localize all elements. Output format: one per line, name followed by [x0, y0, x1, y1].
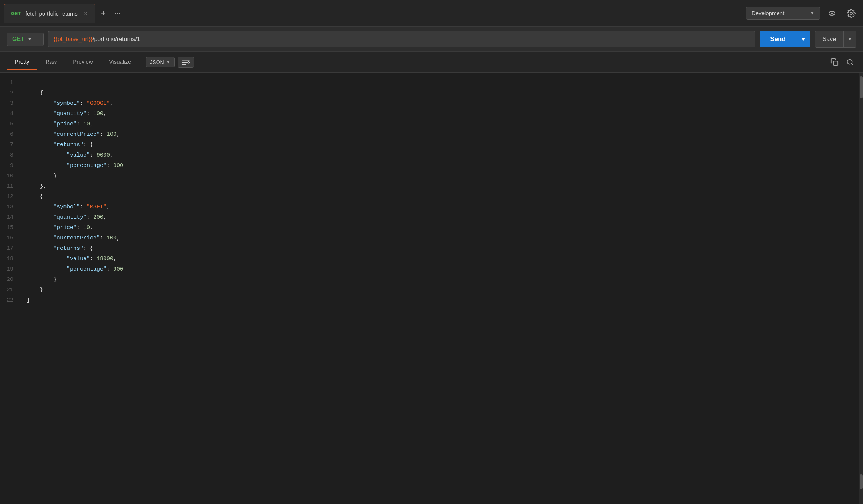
- code-line: "value": 9000,: [27, 150, 856, 161]
- method-dropdown[interactable]: GET ▼: [7, 33, 44, 46]
- send-button[interactable]: Send: [760, 31, 796, 47]
- format-dropdown[interactable]: JSON ▼: [146, 57, 174, 67]
- send-button-group: Send ▼: [760, 31, 810, 47]
- save-dropdown-button[interactable]: ▼: [843, 31, 856, 47]
- send-dropdown-button[interactable]: ▼: [796, 31, 810, 47]
- format-arrow-icon: ▼: [166, 60, 171, 65]
- code-line: "percentage": 900: [27, 161, 856, 171]
- svg-rect-3: [182, 60, 190, 61]
- code-line: "quantity": 200,: [27, 212, 856, 223]
- svg-point-2: [850, 12, 852, 14]
- code-line: "symbol": "MSFT",: [27, 202, 856, 212]
- new-tab-button[interactable]: +: [98, 7, 109, 20]
- send-dropdown-arrow-icon: ▼: [801, 36, 806, 42]
- settings-icon[interactable]: [844, 6, 859, 21]
- tab-close-button[interactable]: ×: [82, 10, 88, 18]
- code-editor: 12345678910111213141516171819202122 [ { …: [0, 73, 863, 504]
- svg-rect-6: [833, 61, 838, 65]
- save-button-group: Save ▼: [815, 31, 856, 48]
- scrollbar-thumb-top[interactable]: [860, 76, 863, 98]
- svg-line-8: [852, 64, 853, 65]
- code-line: }: [27, 275, 856, 285]
- url-bar: GET ▼ {{pt_base_url}}/portfolio/returns/…: [0, 27, 863, 52]
- tab-bar: GET fetch portfolio returns × + ··· Deve…: [0, 0, 863, 27]
- url-base-variable: {{pt_base_url}}: [54, 36, 93, 43]
- save-dropdown-arrow-icon: ▼: [847, 36, 852, 42]
- code-line: "symbol": "GOOGL",: [27, 98, 856, 109]
- code-content[interactable]: [ { "symbol": "GOOGL", "quantity": 100, …: [20, 73, 863, 504]
- tab-title: fetch portfolio returns: [26, 10, 78, 17]
- environment-dropdown[interactable]: Development ▼: [746, 7, 820, 20]
- environment-label: Development: [752, 10, 806, 16]
- code-line: {: [27, 88, 856, 98]
- code-line: "value": 18000,: [27, 254, 856, 264]
- copy-button[interactable]: [828, 56, 841, 68]
- environment-area: Development ▼: [746, 6, 859, 21]
- vertical-scrollbar[interactable]: [859, 73, 863, 504]
- code-line: "quantity": 100,: [27, 109, 856, 119]
- code-line: },: [27, 181, 856, 192]
- chevron-down-icon: ▼: [810, 10, 815, 16]
- more-tabs-button[interactable]: ···: [112, 8, 123, 19]
- tab-action-icons: [828, 56, 856, 68]
- method-label: GET: [12, 36, 24, 43]
- tab-method-badge: GET: [11, 11, 21, 16]
- code-line: "price": 10,: [27, 119, 856, 130]
- wrap-lines-button[interactable]: [178, 57, 194, 68]
- tab-preview[interactable]: Preview: [65, 54, 101, 70]
- search-button[interactable]: [844, 56, 856, 68]
- tab-raw[interactable]: Raw: [37, 54, 65, 70]
- code-line: "returns": {: [27, 243, 856, 254]
- tab-pretty[interactable]: Pretty: [7, 54, 37, 70]
- code-line: {: [27, 192, 856, 202]
- code-line: "currentPrice": 100,: [27, 130, 856, 140]
- svg-point-1: [831, 12, 833, 14]
- save-button[interactable]: Save: [815, 31, 843, 47]
- tab-item-fetch-portfolio[interactable]: GET fetch portfolio returns ×: [4, 4, 95, 23]
- code-line: "currentPrice": 100,: [27, 233, 856, 243]
- code-line: "returns": {: [27, 140, 856, 150]
- code-line: "percentage": 900: [27, 264, 856, 275]
- code-line: "price": 10,: [27, 223, 856, 233]
- method-arrow-icon: ▼: [27, 36, 32, 42]
- svg-rect-5: [182, 64, 186, 65]
- url-path: /portfolio/returns/1: [93, 36, 140, 43]
- format-label: JSON: [150, 59, 164, 65]
- code-line: [: [27, 78, 856, 88]
- response-tab-bar: Pretty Raw Preview Visualize JSON ▼: [0, 52, 863, 73]
- tab-visualize[interactable]: Visualize: [101, 54, 140, 70]
- url-input[interactable]: {{pt_base_url}}/portfolio/returns/1: [48, 31, 755, 47]
- scrollbar-thumb-bottom[interactable]: [860, 474, 863, 489]
- line-numbers: 12345678910111213141516171819202122: [0, 73, 20, 504]
- svg-point-7: [847, 59, 852, 64]
- code-line: }: [27, 285, 856, 295]
- eye-icon[interactable]: [825, 6, 839, 21]
- code-line: ]: [27, 295, 856, 306]
- code-line: }: [27, 171, 856, 181]
- svg-rect-4: [182, 62, 188, 63]
